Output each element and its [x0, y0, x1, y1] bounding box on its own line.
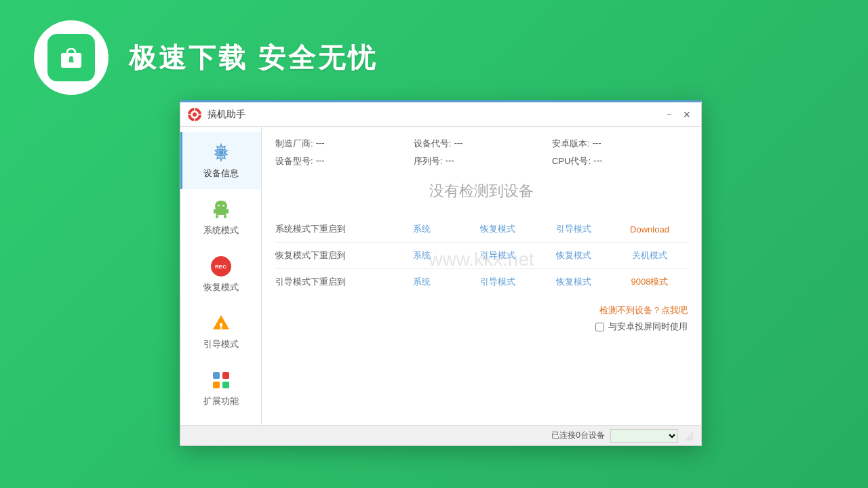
cpu-field: CPU代号: ---	[552, 155, 688, 167]
reboot-recovery-to-system[interactable]: 系统	[384, 248, 460, 263]
serial-field: 序列号: ---	[414, 155, 549, 167]
manufacturer-label: 制造厂商:	[275, 138, 313, 150]
sidebar: 设备信息	[180, 127, 262, 425]
titlebar-app-icon	[187, 107, 202, 122]
serial-label: 序列号:	[414, 155, 443, 167]
sidebar-label-extend: 扩展功能	[203, 395, 239, 407]
manufacturer-value: ---	[316, 138, 325, 150]
statusbar: 已连接0台设备	[180, 425, 701, 445]
sidebar-label-device-info: 设备信息	[203, 167, 239, 180]
device-model-value: ---	[316, 155, 325, 167]
svg-rect-21	[220, 323, 222, 327]
reboot-system-to-boot[interactable]: 引导模式	[536, 222, 612, 237]
no-device-text: 没有检测到设备	[275, 181, 688, 201]
svg-rect-25	[213, 382, 220, 388]
reboot-boot-to-system[interactable]: 系统	[384, 274, 460, 289]
sidebar-item-recovery-mode[interactable]: REC 恢复模式	[180, 246, 261, 303]
titlebar-title: 搞机助手	[208, 108, 662, 121]
gear-icon	[210, 142, 232, 163]
reboot-boot-to-recovery[interactable]: 恢复模式	[536, 274, 612, 289]
sidebar-item-extend[interactable]: 扩展功能	[180, 360, 261, 417]
recovery-row-label: 恢复模式下重启到	[275, 249, 384, 262]
svg-rect-14	[226, 209, 229, 214]
rec-icon: REC	[210, 256, 232, 277]
svg-rect-16	[224, 215, 226, 218]
cast-checkbox-label: 与安卓投屏同时使用	[608, 321, 688, 333]
sidebar-item-donate[interactable]: 捐赠支持	[180, 417, 261, 425]
content-area: 制造厂商: --- 设备代号: --- 安卓版本: --- 设备型号: --- …	[262, 127, 701, 425]
svg-line-28	[688, 435, 693, 441]
svg-rect-24	[222, 372, 229, 379]
android-icon	[210, 199, 232, 220]
device-code-value: ---	[454, 138, 463, 150]
sidebar-item-boot-mode[interactable]: 引导模式	[180, 303, 261, 360]
header-title: 极速下载 安全无忧	[129, 39, 378, 77]
sidebar-label-system-mode: 系统模式	[203, 224, 239, 237]
svg-rect-15	[216, 215, 218, 218]
device-dropdown[interactable]	[610, 429, 678, 443]
extend-icon	[210, 369, 232, 391]
sidebar-label-recovery-mode: 恢复模式	[203, 281, 239, 293]
reboot-row-boot: 引导模式下重启到 系统 引导模式 恢复模式 9008模式	[275, 270, 688, 293]
reboot-row-recovery: 恢复模式下重启到 系统 引导模式 恢复模式 关机模式	[275, 244, 688, 267]
sidebar-label-boot-mode: 引导模式	[203, 338, 239, 350]
sidebar-item-system-mode[interactable]: 系统模式	[180, 189, 261, 246]
device-model-field: 设备型号: ---	[275, 155, 411, 167]
detect-link[interactable]: 检测不到设备？点我吧	[275, 304, 688, 317]
close-button[interactable]: ✕	[679, 107, 694, 122]
svg-point-22	[220, 327, 222, 329]
logo-icon	[57, 43, 85, 72]
svg-rect-12	[216, 208, 226, 215]
svg-rect-13	[214, 209, 216, 214]
minimize-button[interactable]: －	[662, 107, 677, 122]
android-version-field: 安卓版本: ---	[552, 138, 688, 150]
svg-rect-23	[213, 372, 220, 379]
svg-point-4	[193, 113, 197, 117]
bottom-section: 检测不到设备？点我吧 与安卓投屏同时使用	[275, 304, 688, 333]
main-window: 搞机助手 － ✕ 设备信息	[180, 100, 702, 446]
boot-icon	[210, 312, 232, 334]
boot-row-label: 引导模式下重启到	[275, 276, 384, 288]
cpu-value: ---	[593, 155, 602, 167]
reboot-boot-to-boot[interactable]: 引导模式	[460, 274, 536, 289]
device-code-label: 设备代号:	[414, 138, 452, 150]
checkbox-row: 与安卓投屏同时使用	[275, 321, 688, 333]
header: 极速下载 安全无忧	[0, 0, 868, 115]
reboot-system-to-recovery[interactable]: 恢复模式	[460, 222, 536, 237]
reboot-system-to-system[interactable]: 系统	[384, 222, 460, 237]
reboot-recovery-to-recovery[interactable]: 恢复模式	[536, 248, 612, 263]
reboot-system-download[interactable]: Download	[612, 223, 688, 236]
active-indicator	[180, 132, 182, 189]
manufacturer-field: 制造厂商: ---	[275, 138, 411, 150]
window-body: 设备信息	[180, 127, 701, 425]
android-version-label: 安卓版本:	[552, 138, 590, 150]
android-version-value: ---	[593, 138, 601, 150]
logo-circle	[34, 20, 108, 95]
resize-handle-icon[interactable]	[684, 431, 693, 441]
reboot-boot-9008[interactable]: 9008模式	[612, 274, 688, 289]
reboot-table: 系统模式下重启到 系统 恢复模式 引导模式 Download 恢复模式下重启到 …	[275, 218, 688, 293]
logo-inner	[47, 34, 95, 81]
serial-value: ---	[446, 155, 454, 167]
system-row-label: 系统模式下重启到	[275, 223, 384, 235]
reboot-recovery-to-boot[interactable]: 引导模式	[460, 248, 536, 263]
titlebar-controls: － ✕	[662, 107, 694, 122]
device-model-label: 设备型号:	[275, 155, 313, 167]
device-code-field: 设备代号: ---	[414, 138, 549, 150]
svg-line-29	[690, 438, 693, 441]
sidebar-item-device-info[interactable]: 设备信息	[180, 132, 261, 189]
device-info-grid: 制造厂商: --- 设备代号: --- 安卓版本: --- 设备型号: --- …	[275, 138, 688, 167]
reboot-row-system: 系统模式下重启到 系统 恢复模式 引导模式 Download	[275, 218, 688, 241]
titlebar: 搞机助手 － ✕	[180, 102, 701, 127]
cpu-label: CPU代号:	[552, 155, 591, 167]
cast-checkbox[interactable]	[595, 323, 604, 331]
svg-rect-26	[222, 382, 229, 388]
reboot-recovery-shutdown[interactable]: 关机模式	[612, 248, 688, 263]
connected-status: 已连接0台设备	[551, 430, 605, 441]
svg-point-10	[218, 150, 223, 155]
